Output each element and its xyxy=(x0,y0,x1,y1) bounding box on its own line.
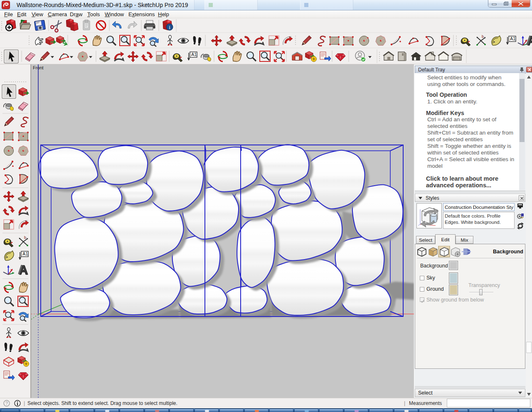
svg-text:Background: Background xyxy=(493,249,523,255)
svg-text:?: ? xyxy=(5,401,8,406)
